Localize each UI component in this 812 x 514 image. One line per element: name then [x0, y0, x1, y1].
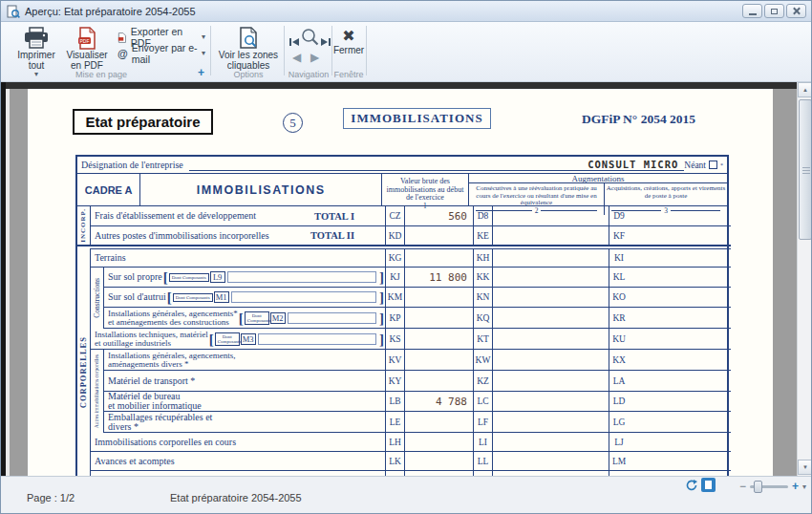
col2-header-text: Consécutives à une réévaluation pratiqué…	[469, 183, 604, 207]
dont-composants-label: Dont Composants	[173, 293, 213, 302]
svg-text:PDF: PDF	[80, 38, 90, 44]
previous-page-button[interactable]: ◀	[292, 51, 301, 64]
row-label: Avances et acomptes	[95, 457, 175, 466]
stamp-box: Etat préparatoire	[73, 109, 213, 135]
dont-composants-label: Dont Composants	[245, 311, 269, 325]
designation-value: CONSULT MICRO	[189, 159, 685, 171]
close-icon	[792, 7, 801, 15]
row-label: Autres postes d'immobilisations incorpor…	[95, 231, 269, 241]
rotate-page-button[interactable]	[685, 479, 698, 492]
close-preview-button[interactable]: ✖ Fermer	[333, 28, 364, 55]
cell-code: LD	[609, 392, 629, 411]
scroll-up-button[interactable]: ▲	[798, 82, 812, 97]
section-incorporelles: INCORP.	[77, 206, 91, 246]
bracket: ]	[379, 291, 384, 303]
table-row: Autres postes d'immobilisations incorpor…	[91, 226, 731, 246]
table-row: Sur sol propre [ Dont Composants L9 ] KJ…	[104, 268, 731, 288]
form-reference: DGFiP N° 2054 2015	[582, 112, 695, 127]
cell-value	[405, 288, 473, 307]
cell-value	[629, 226, 731, 245]
cell-value	[629, 412, 731, 432]
cell-value	[629, 392, 731, 411]
designation-label: Désignation de l'entreprise	[81, 160, 183, 170]
zoom-slider-thumb[interactable]	[754, 481, 762, 493]
neant-label: Néant	[684, 161, 706, 170]
cell-value	[629, 329, 731, 349]
vertical-scrollbar[interactable]: ▲ ▼	[797, 82, 812, 476]
cell-code: KL	[609, 268, 629, 287]
cell-code: KS	[385, 329, 405, 349]
scrollbar-thumb[interactable]	[799, 99, 812, 240]
group-layout-expand-button[interactable]: +	[198, 66, 204, 79]
cell-value	[629, 268, 731, 287]
bracket: ]	[379, 312, 384, 324]
table-row: Frais d'établissement et de développemen…	[91, 206, 731, 226]
cell-code: KR	[609, 308, 629, 328]
cell-code: KX	[609, 350, 629, 370]
cell-code: LG	[609, 412, 629, 432]
row-label: Frais d'établissement et de développemen…	[95, 211, 256, 221]
cell-value	[493, 249, 609, 267]
cell-value	[629, 206, 731, 225]
clickable-zones-icon	[237, 27, 260, 50]
cell-value	[493, 288, 609, 307]
cell-value	[405, 226, 473, 245]
cell-value: 560	[405, 206, 473, 225]
row-label: Sur sol propre	[108, 272, 162, 282]
pdf-icon: PDF	[76, 27, 97, 50]
table-row: Matériel de transport * KY KZ LA	[104, 371, 731, 392]
cell-value	[629, 371, 731, 391]
magnifier-icon	[301, 28, 319, 46]
preview-window: Aperçu: Etat préparatoire 2054-2055 Impr…	[0, 0, 812, 514]
neant-checkbox[interactable]	[709, 161, 717, 169]
cell-code: KO	[609, 288, 629, 307]
preview-top-margin	[1, 82, 797, 89]
table-row: Immobilisations corporelles en cours LH …	[91, 433, 731, 452]
send-email-button[interactable]: @ Envoyer par e-mail ▾	[118, 42, 205, 65]
write-in-area	[227, 271, 376, 283]
cell-code: LH	[385, 433, 405, 451]
row-label: Immobilisations corporelles en cours	[95, 438, 236, 447]
cell-code: KN	[473, 288, 493, 307]
cell-value	[493, 350, 609, 370]
preview-left-margin	[6, 89, 10, 476]
first-page-button[interactable]	[288, 36, 300, 48]
bracket: [	[239, 312, 244, 324]
view-pdf-button[interactable]: PDF Visualiser en PDF	[62, 27, 112, 71]
next-page-button[interactable]: ▶	[310, 51, 319, 64]
clickable-zones-label: Voir les zones cliquables	[217, 50, 280, 71]
last-page-button[interactable]	[320, 36, 331, 48]
clickable-zones-button[interactable]: Voir les zones cliquables	[217, 27, 280, 71]
cell-value	[405, 433, 473, 451]
zoom-in-button[interactable]: +	[792, 480, 799, 493]
cell-code: D9	[609, 206, 629, 225]
row-label: Installations générales, agencements, am…	[108, 352, 235, 369]
cell-value	[493, 329, 609, 349]
close-window-button[interactable]	[786, 4, 806, 18]
zoom-menu-button[interactable]: ▾	[802, 482, 806, 491]
cell-code: KY	[385, 371, 405, 391]
cell-value	[629, 452, 731, 470]
form-page: Etat préparatoire 5 IMMOBILISATIONS DGFi…	[28, 89, 773, 476]
row-label: Installations générales, agencements* et…	[108, 310, 238, 327]
augmentations-label: Augmentations	[469, 174, 727, 183]
table-row: Sur sol d'autrui [ Dont Composants M1 ] …	[104, 288, 731, 308]
preview-app-icon	[7, 5, 20, 18]
zoom-control: − + ▾	[739, 480, 806, 493]
zoom-slider-track[interactable]	[750, 485, 788, 488]
title-bar: Aperçu: Etat préparatoire 2054-2055	[1, 1, 811, 22]
table-row: Emballages récupérables et divers * LE L…	[104, 412, 731, 433]
fit-page-button[interactable]	[701, 478, 716, 492]
cell-code: KM	[385, 288, 405, 307]
cell-value	[493, 452, 609, 470]
group-window-label: Fenêtre	[330, 70, 368, 79]
cell-code: KZ	[473, 371, 493, 391]
toolbar-separator	[284, 26, 285, 75]
zoom-out-button[interactable]: −	[739, 480, 746, 493]
cell-code: LJ	[609, 433, 629, 451]
scroll-down-button[interactable]: ▼	[798, 460, 812, 475]
restore-button[interactable]	[764, 4, 784, 18]
cell-value	[493, 226, 609, 245]
bracket: [	[163, 271, 168, 283]
minimize-button[interactable]	[742, 4, 762, 18]
